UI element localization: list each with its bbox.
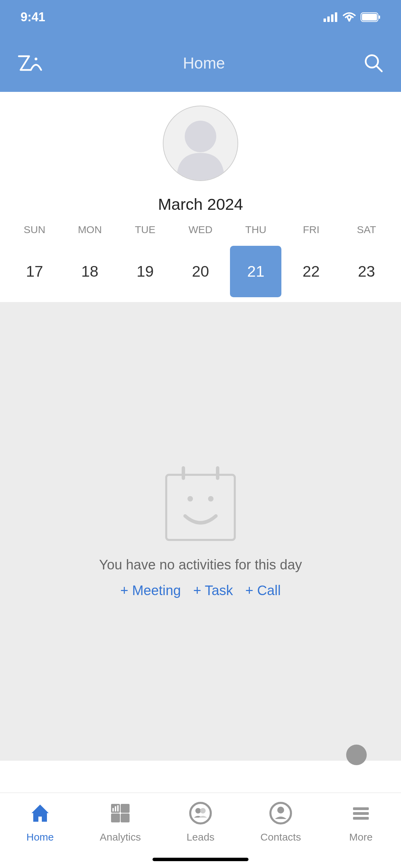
- contacts-icon: [269, 801, 293, 825]
- tab-label: Analytics: [100, 831, 141, 843]
- svg-rect-29: [353, 807, 369, 810]
- add-meeting-button[interactable]: + Meeting: [120, 583, 181, 598]
- svg-rect-30: [353, 812, 369, 815]
- svg-rect-21: [112, 808, 114, 811]
- day-abbr: MON: [78, 224, 102, 236]
- svg-point-28: [277, 807, 284, 813]
- day-num: 19: [120, 246, 171, 297]
- tab-contacts[interactable]: Contacts: [241, 801, 321, 843]
- signal-icon: [324, 12, 338, 22]
- tab-label: Contacts: [260, 831, 301, 843]
- calendar-week: SUN 17 MON 18 TUE 19 WED 20 THU 21 FRI 2…: [0, 214, 401, 297]
- svg-point-16: [208, 496, 214, 502]
- svg-point-26: [200, 808, 206, 813]
- add-call-button[interactable]: + Call: [245, 583, 281, 598]
- day-num: 18: [64, 246, 116, 297]
- avatar-placeholder-icon: [166, 112, 235, 180]
- wifi-icon: [343, 12, 356, 22]
- analytics-icon: [108, 801, 132, 825]
- page-title: Home: [183, 54, 225, 72]
- day-num: 17: [9, 246, 60, 297]
- day-abbr: TUE: [135, 224, 156, 236]
- tab-more[interactable]: More: [321, 801, 401, 843]
- tab-label: More: [349, 831, 373, 843]
- activities-section: You have no activities for this day + Me…: [0, 302, 401, 761]
- svg-rect-1: [327, 16, 330, 22]
- quick-actions: + Meeting + Task + Call: [120, 583, 281, 598]
- svg-point-24: [190, 803, 211, 823]
- app-logo-icon[interactable]: [17, 53, 45, 73]
- empty-text: You have no activities for this day: [99, 557, 302, 572]
- svg-point-4: [348, 20, 350, 22]
- day-abbr: WED: [189, 224, 212, 236]
- svg-rect-2: [331, 14, 333, 22]
- svg-line-10: [377, 66, 382, 71]
- day-wed[interactable]: WED 20: [173, 224, 228, 297]
- svg-rect-31: [353, 817, 369, 820]
- day-num: 23: [341, 246, 392, 297]
- tab-analytics[interactable]: Analytics: [80, 801, 160, 843]
- svg-rect-18: [121, 804, 130, 813]
- leads-icon: [189, 801, 212, 825]
- svg-point-15: [187, 496, 193, 502]
- day-sun[interactable]: SUN 17: [7, 224, 62, 297]
- day-abbr: SAT: [357, 224, 376, 236]
- svg-rect-20: [121, 813, 130, 822]
- day-thu[interactable]: THU 21: [228, 224, 283, 297]
- tab-label: Home: [26, 831, 54, 843]
- tab-leads[interactable]: Leads: [160, 801, 241, 843]
- svg-point-25: [195, 808, 201, 813]
- day-abbr: FRI: [303, 224, 319, 236]
- month-label[interactable]: March 2024: [158, 195, 243, 214]
- day-num: 22: [285, 246, 337, 297]
- home-indicator[interactable]: [153, 858, 248, 861]
- day-tue[interactable]: TUE 19: [118, 224, 173, 297]
- status-bar: 9:41: [0, 0, 401, 34]
- search-button[interactable]: [363, 53, 384, 73]
- svg-rect-23: [117, 805, 119, 811]
- day-num: 21: [230, 246, 281, 297]
- tab-label: Leads: [186, 831, 215, 843]
- tab-home[interactable]: Home: [0, 801, 80, 843]
- add-task-button[interactable]: + Task: [193, 583, 233, 598]
- avatar[interactable]: [163, 106, 238, 181]
- status-icons: [324, 12, 380, 22]
- empty-calendar-icon: [163, 465, 238, 543]
- floating-badge[interactable]: [346, 745, 367, 765]
- profile-section: March 2024: [0, 92, 401, 214]
- day-sat[interactable]: SAT 23: [339, 224, 394, 297]
- day-num: 20: [175, 246, 226, 297]
- svg-rect-19: [111, 813, 120, 822]
- svg-rect-3: [335, 12, 337, 22]
- day-abbr: SUN: [24, 224, 45, 236]
- nav-header: Home: [0, 34, 401, 92]
- tab-bar: Home Analytics Leads: [0, 793, 401, 868]
- home-icon: [28, 801, 52, 825]
- more-icon: [349, 801, 373, 825]
- day-mon[interactable]: MON 18: [62, 224, 117, 297]
- svg-rect-22: [115, 806, 116, 811]
- svg-rect-6: [362, 14, 377, 21]
- day-fri[interactable]: FRI 22: [283, 224, 339, 297]
- battery-icon: [361, 12, 380, 22]
- day-abbr: THU: [245, 224, 267, 236]
- search-icon: [363, 53, 384, 73]
- status-time: 9:41: [21, 10, 45, 24]
- svg-point-11: [185, 121, 216, 152]
- svg-rect-12: [166, 475, 235, 540]
- svg-rect-0: [324, 19, 326, 22]
- svg-point-8: [35, 58, 37, 60]
- svg-rect-7: [379, 15, 380, 19]
